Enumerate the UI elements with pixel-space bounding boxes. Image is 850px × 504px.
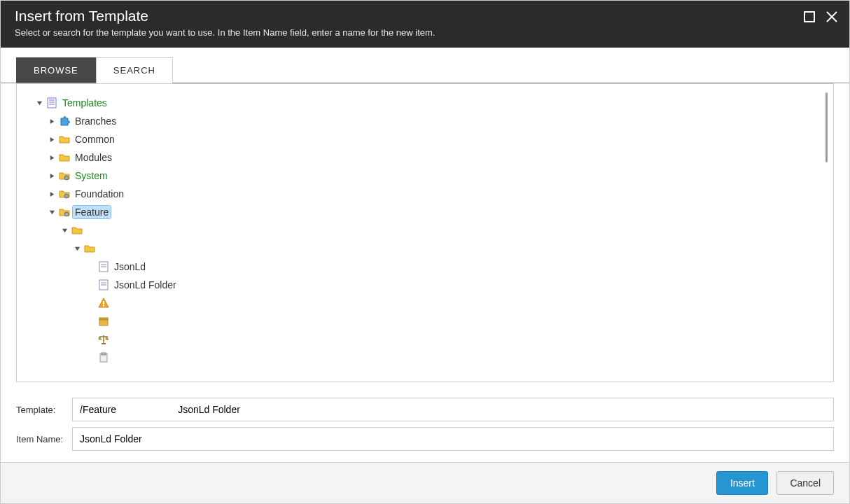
tree-node-feature[interactable]: Feature [35,203,826,221]
tree-node-item[interactable] [35,312,826,330]
chevron-right-icon[interactable] [48,173,56,179]
dialog-footer: Insert Cancel [1,462,849,503]
chevron-down-icon[interactable] [73,246,81,252]
scrollbar[interactable] [825,92,828,162]
tree-label: JsonLd Folder [112,279,179,291]
tree-node-item[interactable] [35,330,826,349]
template-tree-panel: Templates Branches Common [16,83,834,382]
tab-search[interactable]: SEARCH [96,57,173,83]
svg-rect-32 [102,343,106,344]
tree-node-system[interactable]: System [35,167,826,185]
box-icon [98,316,109,327]
cancel-button[interactable]: Cancel [776,471,834,495]
svg-rect-0 [804,12,814,22]
scales-icon [98,334,109,345]
svg-marker-17 [62,228,67,232]
template-icon [98,261,109,272]
tree-node-jsonld[interactable]: JsonLd [35,258,826,276]
tree-label: Modules [73,151,114,164]
tree-label: Feature [73,206,111,218]
svg-marker-13 [50,191,53,196]
dialog-title: Insert from Template [15,8,835,24]
svg-rect-26 [103,301,104,304]
template-icon [98,279,109,290]
svg-point-16 [64,212,69,216]
template-root-icon [46,97,57,108]
svg-point-12 [64,176,69,180]
svg-rect-29 [99,318,108,320]
chevron-right-icon[interactable] [48,155,56,161]
svg-rect-4 [48,98,56,108]
chevron-right-icon[interactable] [48,118,56,125]
svg-marker-15 [49,210,54,214]
dialog-subtitle: Select or search for the template you wa… [15,27,835,38]
tree-label: JsonLd [112,260,148,273]
svg-rect-34 [102,353,106,355]
folder-icon [84,243,95,254]
tree-node-folder[interactable] [35,239,826,258]
folder-icon [59,152,70,163]
svg-marker-18 [74,246,79,250]
template-tree[interactable]: Templates Branches Common [17,84,833,382]
warning-icon [98,298,109,309]
tree-label: Templates [60,97,109,109]
tree-node-branches[interactable]: Branches [35,112,826,130]
tree-label: System [73,169,110,182]
tab-bar: BROWSE SEARCH [1,48,849,83]
dialog-fields: Template: /Feature JsonLd Folder Item Na… [1,389,849,462]
folder-gear-icon [59,188,70,200]
tree-node-templates[interactable]: Templates [35,94,826,112]
folder-gear-icon [59,206,70,218]
tree-label: Branches [73,115,118,127]
tree-node-modules[interactable]: Modules [35,148,826,167]
chevron-right-icon[interactable] [48,191,56,197]
tree-label: Common [73,133,117,146]
folder-icon [59,134,70,145]
tree-node-item[interactable] [35,349,826,367]
svg-marker-11 [50,173,53,178]
puzzle-icon [59,115,70,127]
item-name-label: Item Name: [16,434,72,444]
insert-from-template-dialog: Insert from Template Select or search fo… [0,0,850,504]
tree-node-item[interactable] [35,294,826,312]
item-name-input[interactable] [72,427,834,451]
tree-label: Foundation [73,188,126,200]
svg-point-14 [64,194,69,198]
template-path-segment: JsonLd Folder [178,404,240,415]
chevron-right-icon[interactable] [48,136,56,143]
svg-marker-9 [50,136,53,141]
chevron-down-icon[interactable] [48,209,56,216]
template-label: Template: [16,405,72,415]
svg-marker-8 [50,118,53,123]
tab-browse[interactable]: BROWSE [16,57,96,83]
tree-node-common[interactable]: Common [35,130,826,148]
folder-icon [71,225,83,236]
template-path-field[interactable]: /Feature JsonLd Folder [72,398,834,421]
dialog-header: Insert from Template Select or search fo… [1,1,849,48]
maximize-icon[interactable] [803,10,816,26]
chevron-down-icon[interactable] [60,227,69,234]
insert-button[interactable]: Insert [716,471,768,495]
svg-rect-27 [103,305,104,307]
svg-marker-3 [36,101,41,104]
template-path-segment: /Feature [80,404,116,415]
close-icon[interactable] [825,10,838,26]
clipboard-icon [98,352,109,363]
tree-node-jsonld-folder[interactable]: JsonLd Folder [35,276,826,294]
tree-node-foundation[interactable]: Foundation [35,185,826,203]
tree-node-folder[interactable] [35,221,826,239]
chevron-down-icon[interactable] [35,100,43,106]
folder-gear-icon [59,170,70,181]
svg-marker-10 [50,155,53,160]
